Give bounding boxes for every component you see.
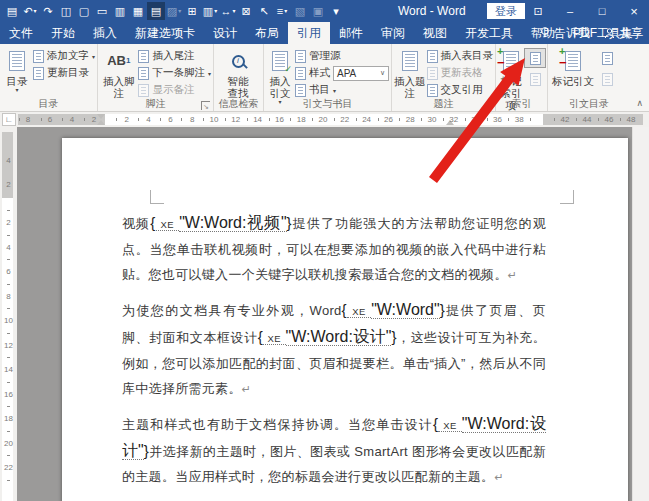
text-run: 为使您的文档具有专业外观，Word [122,303,342,318]
tab-设计[interactable]: 设计 [204,22,246,44]
insert-table-of-figures-button[interactable]: 插入表目录 [426,48,495,64]
horizontal-ruler[interactable]: ∟ 86422468101214161820222426283032343638… [0,112,649,127]
share-button[interactable]: 共享 [604,25,643,42]
vertical-scrollbar[interactable] [632,127,649,501]
vruler-number: 16 [0,389,17,398]
qat-paste-icon[interactable]: ▥ [111,2,129,20]
vruler-number: 8 [0,291,17,300]
xe-field: { XE "W:Word:设计"} [258,330,397,345]
qat-reading-view-icon[interactable]: ▤ [147,2,165,20]
vruler-tick [7,357,10,358]
sign-in-button[interactable]: 登录 [487,3,525,19]
insert-table-of-authorities-button[interactable] [596,48,618,68]
qat-character-spacing-icon[interactable]: ↔▾ [219,2,237,20]
tell-me-label: 告诉我 [554,25,590,42]
qat-draft-view-icon: ▨▾ [165,2,183,20]
update-toc-button[interactable]: 更新目录 [32,65,96,81]
margin-crop-mark-right [560,190,574,204]
update-index-button[interactable] [524,69,546,89]
tab-selector-button[interactable]: ∟ [2,113,16,126]
add-text-button[interactable]: 添加文字 ▾ [32,48,96,64]
field-tag: XE [263,333,286,345]
qat-tool-disabled-2-icon: ▣ [309,2,327,20]
qat-qat-overflow-icon[interactable]: ▾ [327,2,345,20]
close-button[interactable]: × [620,0,648,22]
text-run: 并选择新的主题时，图片、图表或 SmartArt 图形将会更改以匹配新的主题。当… [122,444,546,484]
insert-table-of-figures-icon [427,50,438,63]
qat-list-settings-icon[interactable]: ≡▾ [273,2,291,20]
qat-undo-icon[interactable]: ↶▾ [21,2,39,20]
qat-redo-icon[interactable]: ↷ [39,2,57,20]
field-brace-open: { [150,214,155,231]
ruler-tick [290,118,291,121]
smart-lookup-button[interactable]: i 智能 查找 [216,46,260,99]
tab-引用[interactable]: 引用 [288,22,330,44]
tab-新建选项卡[interactable]: 新建选项卡 [126,22,204,44]
qat-select-icon[interactable]: ↖ [255,2,273,20]
paragraph[interactable]: 主题和样式也有助于文档保持协调。当您单击设计{ XE "W:Word:设计"}并… [122,411,546,490]
mark-entry-icon: +− [503,51,519,71]
xe-field: { XE "W:Word"} [342,303,445,318]
vertical-ruler[interactable]: 42246810121416182022 [0,127,17,501]
mark-citation-button[interactable]: +− 标记引文 [550,46,596,87]
ruler-number: 36 [493,115,502,124]
insert-index-button[interactable] [524,48,546,68]
bibliography-button[interactable]: 书目 ▾ [294,82,390,98]
vruler-number: 10 [0,316,17,325]
ruler-number: 26 [384,115,393,124]
vruler-tick [7,455,10,456]
tab-开发工具[interactable]: 开发工具 [456,22,522,44]
text-run: 视频 [122,216,150,231]
manage-sources-button[interactable]: 管理源 [294,48,390,64]
minimize-button[interactable]: – [556,0,584,22]
ribbon-display-options-button[interactable]: ⊡ [524,0,552,22]
next-footnote-button[interactable]: 下一条脚注 ▾ [137,65,212,81]
group-label-captions: 题注 [392,97,495,111]
tab-布局[interactable]: 布局 [246,22,288,44]
tab-文件[interactable]: 文件 [0,22,42,44]
qat-save-icon[interactable]: ▤ [3,2,21,20]
update-table-of-authorities-button[interactable] [596,69,618,89]
hanging-indent-marker[interactable] [97,120,105,125]
qat-move-object-icon[interactable]: ⊠ [237,2,255,20]
vruler-number: 22 [0,463,17,472]
show-notes-button[interactable]: 显示备注 [137,82,212,98]
qat-open-icon[interactable]: ▭ [93,2,111,20]
tab-视图[interactable]: 视图 [414,22,456,44]
cross-reference-button[interactable]: 交叉引用 [426,82,495,98]
ruler-number: 34 [471,115,480,124]
qat-print-preview-icon[interactable]: ◫ [57,2,75,20]
vruler-number: 20 [0,438,17,447]
ribbon-group-captions: 插入题注 插入表目录 更新表格 交叉引用 题注 [392,44,496,111]
qat-new-document-icon[interactable]: ▢ [75,2,93,20]
insert-caption-button[interactable]: 插入题注 [394,46,426,99]
insert-endnote-button[interactable]: 插入尾注 [137,48,212,64]
vruler-tick [7,284,10,285]
insert-footnote-button[interactable]: AB1 插入脚注 [100,46,137,99]
qat-copy-icon[interactable]: ▦ [129,2,147,20]
tab-邮件[interactable]: 邮件 [330,22,372,44]
footnotes-dialog-launcher[interactable]: ↘ [201,101,210,110]
maximize-button[interactable]: □ [588,0,616,22]
qat-clipboard-icon[interactable]: ▥▾ [201,2,219,20]
ruler-tick [465,118,466,121]
citation-style-select[interactable]: APA ∨ [333,66,389,81]
update-table-button[interactable]: 更新表格 [426,65,495,81]
tab-开始[interactable]: 开始 [42,22,84,44]
document-page[interactable]: 视频{ XE "W:Word:视频"}提供了功能强大的方法帮助您证明您的观点。当… [62,138,628,501]
collapse-ribbon-button[interactable]: ∧ [636,98,643,108]
ruler-tick [247,118,248,121]
tab-插入[interactable]: 插入 [84,22,126,44]
table-of-contents-button[interactable]: 目录 ▾ [2,46,32,94]
ruler-tick [356,118,357,121]
tab-审阅[interactable]: 审阅 [372,22,414,44]
qat-multiple-pages-icon[interactable]: ⊞ [183,2,201,20]
ruler-number: 32 [449,115,458,124]
ruler-tick [41,118,42,121]
paragraph[interactable]: 视频{ XE "W:Word:视频"}提供了功能强大的方法帮助您证明您的观点。当… [122,210,546,288]
ruler-tick [19,118,20,121]
paragraph[interactable]: 为使您的文档具有专业外观，Word{ XE "W:Word"}提供了页眉、页脚、… [122,297,546,402]
tell-me-button[interactable]: 告诉我 [540,25,590,42]
first-line-indent-marker[interactable] [97,114,105,119]
field-value: "W:Word:设计" [286,328,392,346]
